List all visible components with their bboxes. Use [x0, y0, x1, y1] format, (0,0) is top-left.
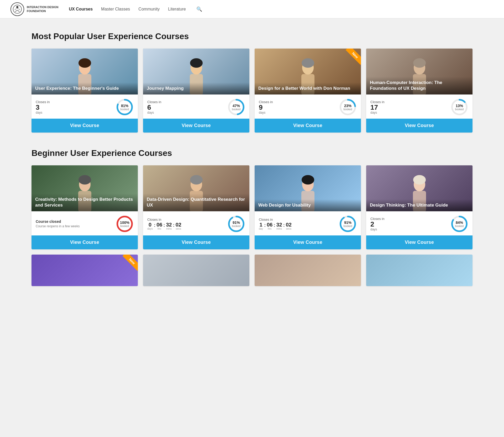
partial-card — [143, 255, 249, 286]
course-title: User Experience: The Beginner's Guide — [32, 82, 138, 94]
view-course-button[interactable]: View Course — [255, 119, 361, 133]
course-title: Design for a Better World with Don Norma… — [255, 82, 361, 94]
bottom-partial-row: New — [32, 255, 472, 286]
countdown-mins: 32 mins — [166, 222, 172, 230]
partial-card: New — [32, 255, 138, 286]
course-title: Design Thinking: The Ultimate Guide — [366, 199, 472, 211]
donut-pct: 84% — [455, 220, 464, 225]
course-info: Closes in 3 days 81% booked — [32, 94, 138, 119]
donut-label: booked — [232, 225, 241, 228]
svg-point-23 — [78, 175, 91, 185]
course-image: User Experience: The Beginner's Guide — [32, 49, 138, 94]
donut-label: booked — [455, 108, 464, 111]
new-badge: New — [119, 255, 138, 273]
course-card: Human-Computer Interaction: The Foundati… — [366, 49, 472, 133]
donut-text: 91% booked — [232, 220, 241, 228]
countdown-row: 0 days : 06 hrs : 32 mins : 02 — [147, 222, 181, 230]
closes-number: 3 — [36, 104, 50, 111]
course-card: Creativity: Methods to Design Better Pro… — [32, 165, 138, 249]
search-icon[interactable]: 🔍 — [196, 6, 202, 12]
course-card: Data-Driven Design: Quantitative Researc… — [143, 165, 249, 249]
new-badge: New — [343, 49, 361, 67]
logo-text: INTERACTION DESIGNFOUNDATION — [27, 5, 58, 13]
view-course-button[interactable]: View Course — [32, 119, 138, 133]
logo[interactable]: INTERACTION DESIGNFOUNDATION — [10, 2, 58, 16]
beginner-section: Beginner User Experience Courses Creativ… — [32, 148, 472, 286]
view-course-button[interactable]: View Course — [366, 235, 472, 249]
course-info: Closes in 6 days 47% booked — [143, 94, 249, 119]
donut-label: booked — [455, 225, 464, 228]
course-info: Course closed Course reopens in a few we… — [32, 211, 138, 235]
closes-block: Closes in 6 days — [147, 100, 161, 114]
donut-pct: 47% — [232, 104, 241, 108]
donut-chart: 23% booked — [339, 98, 357, 116]
nav-literature[interactable]: Literature — [168, 7, 186, 12]
course-title: Journey Mapping — [143, 82, 249, 94]
view-course-button[interactable]: View Course — [32, 235, 138, 249]
navbar: INTERACTION DESIGNFOUNDATION UX Courses … — [0, 0, 504, 18]
donut-text: 47% booked — [232, 104, 241, 111]
course-card: Design Thinking: The Ultimate Guide Clos… — [366, 165, 472, 249]
svg-point-33 — [302, 175, 314, 185]
course-closed-sub: Course reopens in a few weeks — [36, 224, 80, 229]
donut-pct: 91% — [344, 220, 352, 225]
donut-label: booked — [120, 108, 129, 111]
course-info: Closes in 0 days : 06 hrs : 32 mins — [143, 211, 249, 235]
countdown-row: 1 day : 06 hrs : 32 mins : 02 — [259, 222, 292, 230]
course-image: Data-Driven Design: Quantitative Researc… — [143, 165, 249, 211]
donut-pct: 100% — [120, 220, 129, 225]
logo-icon — [10, 2, 24, 16]
closes-block: Closes in 3 days — [36, 100, 50, 114]
donut-pct: 13% — [455, 104, 464, 108]
countdown-days: 0 days — [147, 222, 153, 230]
course-info: Closes in 17 days 13% booked — [366, 94, 472, 119]
course-closed-block: Course closed Course reopens in a few we… — [36, 219, 80, 229]
closes-countdown: Closes in 1 day : 06 hrs : 32 mins — [259, 218, 292, 230]
course-title: Creativity: Methods to Design Better Pro… — [32, 193, 138, 211]
nav-master-classes[interactable]: Master Classes — [101, 7, 130, 12]
donut-text: 23% booked — [344, 104, 352, 111]
partial-card — [366, 255, 472, 286]
course-card: New Design for a Better World with Don N… — [255, 49, 361, 133]
countdown-secs: 02 secs — [176, 222, 181, 230]
countdown-hrs: 06 hrs — [156, 222, 162, 230]
nav-ux-courses[interactable]: UX Courses — [69, 7, 93, 12]
course-info: Closes in 1 day : 06 hrs : 32 mins — [255, 211, 361, 235]
partial-card — [255, 255, 361, 286]
course-title: Data-Driven Design: Quantitative Researc… — [143, 193, 249, 211]
closes-number: 9 — [259, 104, 273, 111]
nav-links: UX Courses Master Classes Community Lite… — [69, 6, 202, 12]
view-course-button[interactable]: View Course — [143, 119, 249, 133]
donut-label: booked — [344, 225, 352, 228]
course-closed-title: Course closed — [36, 219, 80, 224]
donut-pct: 23% — [344, 104, 352, 108]
svg-point-8 — [190, 58, 203, 68]
closes-number: 2 — [370, 221, 384, 228]
countdown-days: 1 day — [259, 222, 263, 230]
svg-point-3 — [78, 58, 91, 68]
svg-point-13 — [302, 58, 314, 68]
svg-point-28 — [190, 175, 203, 185]
svg-point-18 — [413, 58, 426, 68]
nav-community[interactable]: Community — [138, 7, 160, 12]
closes-countdown: Closes in 0 days : 06 hrs : 32 mins — [147, 218, 181, 230]
svg-point-38 — [413, 175, 426, 185]
popular-section: Most Popular User Experience Courses Use… — [32, 31, 472, 133]
beginner-section-title: Beginner User Experience Courses — [32, 148, 472, 158]
course-card: Journey Mapping Closes in 6 days 47% boo… — [143, 49, 249, 133]
course-info: Closes in 9 days 23% booked — [255, 94, 361, 119]
view-course-button[interactable]: View Course — [255, 235, 361, 249]
beginner-course-grid: Creativity: Methods to Design Better Pro… — [32, 165, 472, 249]
donut-chart: 91% booked — [339, 215, 357, 233]
course-title: Web Design for Usability — [255, 199, 361, 211]
donut-pct: 81% — [120, 104, 129, 108]
view-course-button[interactable]: View Course — [366, 119, 472, 133]
donut-text: 81% booked — [120, 104, 129, 111]
popular-section-title: Most Popular User Experience Courses — [32, 31, 472, 41]
donut-label: booked — [120, 225, 129, 228]
view-course-button[interactable]: View Course — [143, 235, 249, 249]
closes-unit: days — [370, 111, 384, 114]
donut-chart: 47% booked — [227, 98, 245, 116]
course-card: Web Design for Usability Closes in 1 day… — [255, 165, 361, 249]
course-info: Closes in 2 days 84% booked — [366, 211, 472, 235]
